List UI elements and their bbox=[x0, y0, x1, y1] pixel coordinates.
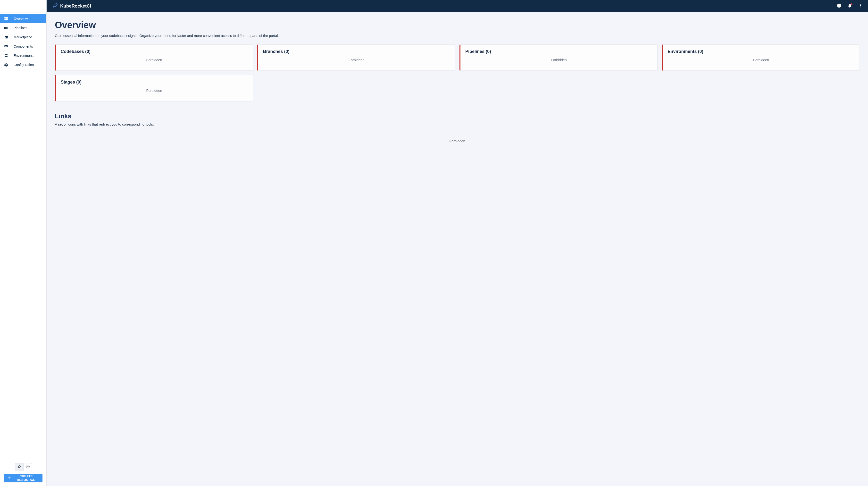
mode-toggle bbox=[15, 463, 32, 471]
topbar: KubeRocketCI bbox=[46, 0, 868, 12]
more-vertical-icon bbox=[858, 3, 863, 9]
svg-point-21 bbox=[860, 6, 861, 7]
sidebar-item-label: Environments bbox=[13, 54, 34, 58]
sidebar-item-environments[interactable]: Environments bbox=[0, 51, 46, 60]
brand-name: KubeRocketCI bbox=[60, 3, 91, 9]
stat-card-codebases[interactable]: Codebases (0) Forbidden bbox=[55, 45, 253, 71]
svg-point-19 bbox=[860, 4, 861, 5]
sidebar-nav: Overview Pipelines Marketplace Component… bbox=[0, 12, 46, 461]
stat-card-status: Forbidden bbox=[465, 58, 652, 62]
sidebar-footer: CREATE RESOURCE bbox=[0, 461, 46, 486]
links-status-box: Forbidden bbox=[55, 132, 860, 150]
kubernetes-icon bbox=[26, 465, 30, 469]
sidebar-item-marketplace[interactable]: Marketplace bbox=[0, 32, 46, 42]
sidebar-item-label: Marketplace bbox=[13, 35, 32, 39]
stat-card-status: Forbidden bbox=[61, 58, 248, 62]
info-icon bbox=[837, 3, 841, 9]
stat-card-title: Environments (0) bbox=[668, 49, 855, 54]
stat-card-pipelines[interactable]: Pipelines (0) Forbidden bbox=[460, 45, 657, 71]
page-description: Gain essential information on your codeb… bbox=[55, 34, 860, 38]
sidebar-item-label: Pipelines bbox=[13, 26, 27, 30]
svg-rect-6 bbox=[6, 27, 6, 29]
dashboard-icon bbox=[4, 17, 10, 21]
svg-point-15 bbox=[56, 5, 56, 5]
more-menu-button[interactable] bbox=[857, 2, 864, 10]
links-status-text: Forbidden bbox=[449, 139, 465, 143]
svg-rect-9 bbox=[5, 56, 7, 57]
stat-card-environments[interactable]: Environments (0) Forbidden bbox=[662, 45, 860, 71]
notification-dot bbox=[851, 3, 853, 5]
svg-rect-3 bbox=[4, 19, 6, 20]
svg-rect-4 bbox=[4, 27, 5, 29]
sidebar-item-label: Components bbox=[13, 45, 33, 48]
sidebar-item-label: Overview bbox=[13, 17, 28, 21]
stat-card-stages[interactable]: Stages (0) Forbidden bbox=[55, 75, 253, 101]
sidebar-item-label: Configuration bbox=[13, 63, 34, 67]
stats-card-grid: Codebases (0) Forbidden Branches (0) For… bbox=[55, 45, 860, 101]
svg-rect-17 bbox=[839, 5, 839, 6]
stat-card-title: Branches (0) bbox=[263, 49, 450, 54]
sidebar-item-components[interactable]: Components bbox=[0, 42, 46, 51]
sidebar-item-pipelines[interactable]: Pipelines bbox=[0, 23, 46, 32]
mode-toggle-rocket[interactable] bbox=[15, 463, 24, 471]
stack-icon bbox=[4, 53, 10, 58]
links-section-description: A set of icons with links that redirect … bbox=[55, 122, 860, 126]
svg-rect-5 bbox=[5, 27, 6, 29]
create-resource-label: CREATE RESOURCE bbox=[13, 474, 39, 482]
stat-card-branches[interactable]: Branches (0) Forbidden bbox=[257, 45, 455, 71]
svg-point-20 bbox=[860, 5, 861, 6]
mode-toggle-kubernetes[interactable] bbox=[24, 463, 32, 471]
svg-rect-8 bbox=[5, 54, 7, 55]
rocket-icon bbox=[18, 465, 21, 469]
rocket-logo-icon bbox=[53, 3, 58, 9]
pipelines-icon bbox=[4, 26, 10, 30]
main-content: Overview Gain essential information on y… bbox=[46, 12, 868, 486]
stat-card-status: Forbidden bbox=[61, 89, 248, 92]
sidebar-item-overview[interactable]: Overview bbox=[0, 14, 46, 23]
page-title: Overview bbox=[55, 20, 860, 30]
stat-card-status: Forbidden bbox=[668, 58, 855, 62]
cart-icon bbox=[4, 35, 10, 39]
svg-rect-7 bbox=[7, 27, 7, 29]
svg-point-10 bbox=[20, 466, 20, 466]
create-resource-button[interactable]: CREATE RESOURCE bbox=[4, 474, 42, 482]
stat-card-title: Pipelines (0) bbox=[465, 49, 652, 54]
svg-point-18 bbox=[839, 4, 839, 5]
sidebar-item-configuration[interactable]: Configuration bbox=[0, 60, 46, 69]
svg-rect-2 bbox=[6, 19, 8, 20]
notifications-button[interactable] bbox=[846, 2, 854, 10]
gear-icon bbox=[4, 63, 10, 67]
topbar-actions bbox=[835, 2, 864, 10]
links-section-title: Links bbox=[55, 112, 860, 120]
collapse-sidebar-button[interactable] bbox=[33, 3, 39, 9]
layers-icon bbox=[4, 44, 10, 49]
stat-card-title: Codebases (0) bbox=[61, 49, 248, 54]
svg-point-12 bbox=[27, 466, 28, 467]
plus-icon bbox=[7, 476, 11, 480]
brand[interactable]: KubeRocketCI bbox=[53, 3, 91, 9]
svg-marker-11 bbox=[26, 465, 29, 468]
stat-card-status: Forbidden bbox=[263, 58, 450, 62]
sidebar: Overview Pipelines Marketplace Component… bbox=[0, 0, 46, 486]
stat-card-title: Stages (0) bbox=[61, 80, 248, 85]
svg-rect-0 bbox=[4, 17, 6, 19]
svg-rect-1 bbox=[6, 17, 8, 18]
info-button[interactable] bbox=[835, 2, 843, 10]
sidebar-header bbox=[0, 0, 46, 12]
